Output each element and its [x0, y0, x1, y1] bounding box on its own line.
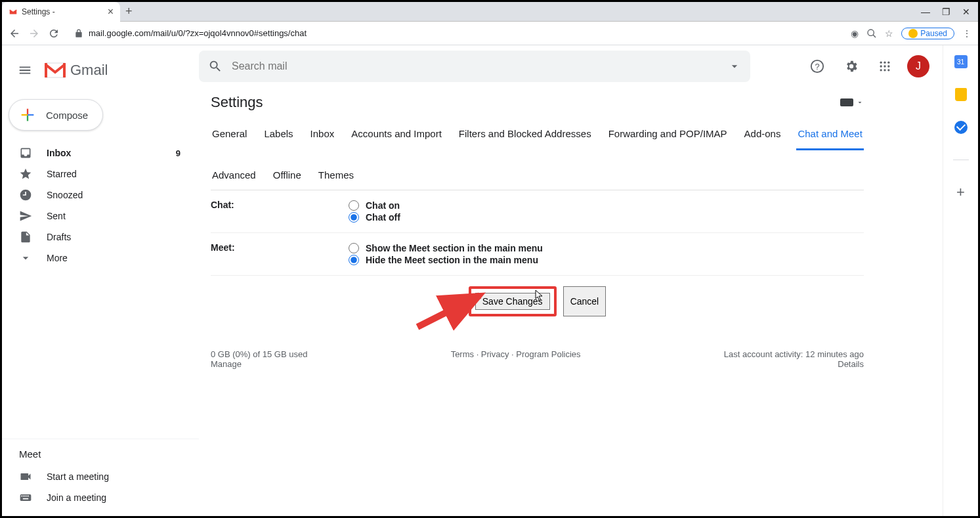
tab-inbox[interactable]: Inbox — [309, 123, 336, 150]
details-link[interactable]: Details — [838, 359, 864, 369]
join-meeting-button[interactable]: Join a meeting — [2, 487, 199, 508]
reload-button[interactable] — [48, 28, 60, 39]
search-box[interactable] — [199, 51, 750, 82]
svg-rect-2 — [45, 63, 47, 77]
svg-point-20 — [880, 65, 882, 67]
svg-point-18 — [884, 62, 885, 64]
chat-setting-row: Chat: Chat on Chat off — [211, 190, 864, 233]
sidebar-item-drafts[interactable]: Drafts — [2, 227, 199, 248]
svg-rect-8 — [20, 494, 32, 501]
gmail-envelope-icon — [44, 62, 66, 79]
chat-label: Chat: — [211, 200, 349, 223]
chat-off-option[interactable]: Chat off — [349, 211, 864, 223]
settings-footer: 0 GB (0%) of 15 GB used Manage Terms · P… — [211, 336, 864, 382]
apps-grid-icon[interactable] — [874, 56, 895, 77]
start-meeting-button[interactable]: Start a meeting — [2, 466, 199, 487]
sidebar-item-inbox[interactable]: Inbox 9 — [2, 142, 199, 163]
svg-point-19 — [887, 62, 889, 64]
annotation-highlight: Save Changes — [469, 286, 557, 316]
svg-text:?: ? — [815, 62, 819, 72]
tab-forwarding[interactable]: Forwarding and POP/IMAP — [607, 123, 729, 150]
browser-tab[interactable]: Settings - × — [2, 2, 120, 22]
sidebar-item-starred[interactable]: Starred — [2, 163, 199, 184]
activity-text: Last account activity: 12 minutes ago — [724, 349, 864, 359]
get-addons-icon[interactable]: + — [954, 185, 968, 200]
search-options-icon[interactable] — [728, 60, 741, 73]
svg-rect-10 — [23, 496, 24, 497]
tab-advanced[interactable]: Advanced — [211, 164, 257, 190]
zoom-icon[interactable] — [866, 28, 877, 39]
button-row: Save Changes Cancel — [211, 276, 864, 336]
save-changes-button[interactable]: Save Changes — [475, 293, 550, 310]
profile-paused-button[interactable]: Paused — [901, 28, 954, 39]
svg-point-17 — [880, 62, 882, 64]
back-button[interactable] — [9, 28, 20, 39]
support-icon[interactable]: ? — [806, 55, 828, 77]
tab-filters[interactable]: Filters and Blocked Addresses — [458, 123, 593, 150]
tab-chat-and-meet[interactable]: Chat and Meet — [796, 123, 863, 150]
compose-button[interactable]: Compose — [9, 99, 103, 131]
search-input[interactable] — [232, 60, 719, 72]
bookmark-star-icon[interactable]: ☆ — [885, 28, 893, 39]
calendar-addon-icon[interactable]: 31 — [954, 54, 968, 69]
tasks-addon-icon[interactable] — [954, 120, 968, 135]
manage-link[interactable]: Manage — [211, 359, 242, 369]
svg-point-24 — [884, 69, 885, 71]
tab-close-icon[interactable]: × — [108, 6, 114, 18]
tab-general[interactable]: General — [211, 123, 248, 150]
svg-point-22 — [887, 65, 889, 67]
gmail-logo[interactable]: Gmail — [44, 62, 108, 79]
eye-icon[interactable]: ◉ — [851, 28, 859, 39]
meet-show-option[interactable]: Show the Meet section in the main menu — [349, 242, 864, 254]
policies-link[interactable]: Program Policies — [516, 349, 580, 359]
keep-addon-icon[interactable] — [954, 87, 968, 102]
chat-off-radio[interactable] — [349, 212, 359, 223]
sidebar-item-snoozed[interactable]: Snoozed — [2, 184, 199, 205]
search-icon[interactable] — [208, 59, 223, 74]
svg-rect-14 — [23, 498, 28, 500]
sidebar-nav: Inbox 9 Starred Snoozed Sent Drafts M — [2, 142, 199, 269]
svg-rect-11 — [24, 496, 26, 497]
send-icon — [19, 209, 32, 223]
meet-setting-row: Meet: Show the Meet section in the main … — [211, 233, 864, 276]
forward-button[interactable] — [28, 28, 40, 39]
meet-hide-option[interactable]: Hide the Meet section in the main menu — [349, 254, 864, 266]
account-avatar[interactable]: J — [907, 55, 929, 77]
profile-dot-icon — [908, 29, 918, 38]
browser-menu-icon[interactable]: ⋮ — [962, 28, 971, 39]
url-input[interactable]: mail.google.com/mail/u/0/?zx=ojqol4vnnov… — [68, 28, 843, 38]
terms-link[interactable]: Terms — [451, 349, 474, 359]
chat-on-option[interactable]: Chat on — [349, 200, 864, 211]
maximize-icon[interactable]: ❐ — [942, 7, 950, 17]
compose-plus-icon — [18, 106, 37, 124]
inbox-icon — [19, 146, 32, 160]
cancel-button[interactable]: Cancel — [563, 286, 607, 316]
tab-labels[interactable]: Labels — [263, 123, 294, 150]
window-controls: — ❐ ✕ — [921, 7, 978, 17]
keyboard-small-icon — [840, 98, 853, 106]
clock-icon — [19, 188, 32, 202]
tab-themes[interactable]: Themes — [317, 164, 355, 190]
tab-accounts[interactable]: Accounts and Import — [350, 123, 443, 150]
sidebar-item-sent[interactable]: Sent — [2, 205, 199, 227]
input-tools-button[interactable] — [840, 98, 864, 106]
sidebar-item-more[interactable]: More — [2, 248, 199, 269]
browser-address-bar: mail.google.com/mail/u/0/?zx=ojqol4vnnov… — [2, 22, 978, 45]
video-icon — [19, 470, 32, 483]
meet-show-radio[interactable] — [349, 243, 359, 253]
privacy-link[interactable]: Privacy — [481, 349, 509, 359]
gmail-favicon-icon — [9, 7, 18, 16]
minimize-icon[interactable]: — — [921, 7, 930, 17]
star-icon — [19, 167, 32, 181]
chevron-down-icon — [856, 98, 864, 106]
main-menu-icon[interactable] — [12, 58, 37, 83]
rail-divider — [953, 160, 969, 160]
meet-hide-radio[interactable] — [349, 255, 359, 265]
svg-rect-12 — [26, 496, 28, 497]
tab-addons[interactable]: Add-ons — [743, 123, 782, 150]
new-tab-button[interactable]: + — [125, 5, 133, 18]
settings-gear-icon[interactable] — [840, 55, 863, 77]
close-window-icon[interactable]: ✕ — [962, 7, 970, 17]
tab-offline[interactable]: Offline — [272, 164, 303, 190]
chat-on-radio[interactable] — [349, 200, 359, 211]
